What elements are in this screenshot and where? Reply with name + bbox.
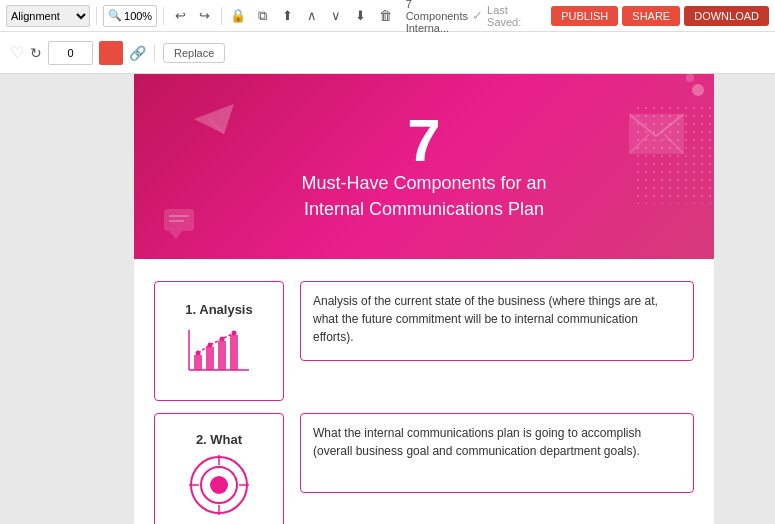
action-buttons: PUBLISH SHARE DOWNLOAD [545,6,769,26]
svg-rect-12 [206,347,214,370]
undo-button[interactable]: ↩ [170,5,191,27]
right-margin [714,74,775,524]
heart-icon[interactable]: ♡ [10,43,24,62]
item-label-1: 1. Analysis [185,302,252,317]
item-desc-2: What the internal communications plan is… [300,413,694,493]
svg-rect-11 [194,355,202,370]
up-arrow-button[interactable]: ⬆ [277,5,298,27]
svg-rect-13 [218,341,226,370]
toolbar-main: Alignment 🔍 100% ↩ ↪ 🔒 ⧉ ⬆ ∧ ∨ ⬇ 🗑 7 Com… [0,0,775,32]
copy-button[interactable]: ⧉ [253,5,274,27]
item-label-2: 2. What [196,432,242,447]
divider-1 [96,7,97,25]
item-row-1: 1. Analysis [154,281,694,401]
share-button[interactable]: SHARE [622,6,680,26]
chart-icon [184,325,254,380]
svg-point-16 [208,343,213,348]
hero-section: 7 Must-Have Components for an Internal C… [134,74,714,259]
divider-3 [221,7,222,25]
down-arrow-button[interactable]: ⬇ [351,5,372,27]
deco-dot-1 [692,84,704,96]
target-icon [189,455,249,515]
svg-point-15 [196,351,201,356]
divider-2 [163,7,164,25]
content-section: 1. Analysis [134,259,714,524]
item-desc-1: Analysis of the current state of the bus… [300,281,694,361]
toolbar-secondary: ♡ ↻ 🔗 Replace [0,32,775,74]
number-input[interactable] [48,41,93,65]
publish-button[interactable]: PUBLISH [551,6,618,26]
paper-plane-icon [194,104,234,134]
delete-button[interactable]: 🗑 [375,5,396,27]
svg-marker-3 [169,231,182,239]
lock-button[interactable]: 🔒 [228,5,249,27]
left-margin [0,74,134,524]
redo-button[interactable]: ↪ [195,5,216,27]
download-button[interactable]: DOWNLOAD [684,6,769,26]
hero-title-line2: Internal Communications Plan [301,197,546,222]
svg-marker-0 [194,104,234,134]
chat-bubble-icon [164,209,199,239]
last-saved-label: Last Saved: [487,4,541,28]
svg-point-18 [232,331,237,336]
zoom-value: 100% [124,10,152,22]
alignment-select[interactable]: Alignment [6,5,90,27]
svg-point-17 [220,337,225,342]
chevron-up-button[interactable]: ∧ [302,5,323,27]
check-icon: ✓ [472,8,483,23]
search-icon: 🔍 [108,9,122,22]
color-button[interactable] [99,41,123,65]
svg-rect-14 [230,335,238,370]
deco-dot-2 [686,74,694,82]
slide-content: 7 Must-Have Components for an Internal C… [134,74,714,524]
hero-number: 7 [407,111,440,171]
item-row-2: 2. What What the internal communications… [154,413,694,524]
filename-label: 7 Components Interna... [406,0,468,34]
chevron-down-button[interactable]: ∨ [326,5,347,27]
envelope-icon [629,114,684,154]
refresh-icon[interactable]: ↻ [30,45,42,61]
hero-title: Must-Have Components for an Internal Com… [301,171,546,221]
svg-point-21 [210,476,228,494]
canvas-area: 7 Must-Have Components for an Internal C… [0,74,775,524]
divider-4 [154,44,155,62]
item-box-1: 1. Analysis [154,281,284,401]
zoom-control: 🔍 100% [103,5,157,27]
hero-title-line1: Must-Have Components for an [301,171,546,196]
link-icon[interactable]: 🔗 [129,45,146,61]
item-box-2: 2. What [154,413,284,524]
replace-button[interactable]: Replace [163,43,225,63]
